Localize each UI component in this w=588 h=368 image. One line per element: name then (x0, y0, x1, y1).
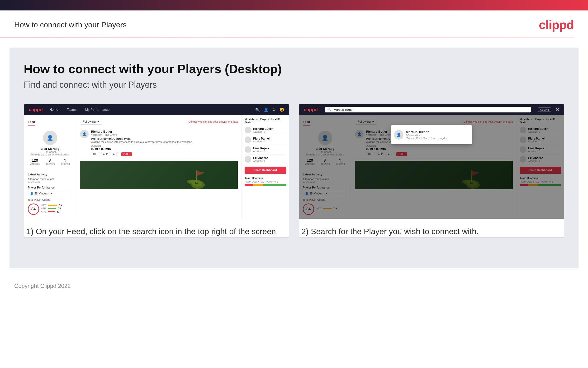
control-link[interactable]: Control who can see your activity and da… (189, 120, 238, 123)
logo: clippd (539, 18, 574, 32)
player-avatar-small: 👤 (30, 192, 34, 195)
player-avatar (245, 137, 251, 143)
player-list-name: Eli Vincent (253, 156, 268, 160)
player-perf-section: Player Performance 👤 Eli Vincent ▼ Total… (28, 186, 72, 215)
list-item: Piers Parnell Activities: 4 (245, 135, 286, 145)
player-list-activities: Activities: 1 (253, 160, 268, 162)
player-info: Hiral Pujara Activities: 3 (253, 147, 269, 153)
player-avatar (245, 156, 251, 163)
profile-title: Golf Coach (28, 150, 72, 153)
heatmap-bar (245, 184, 286, 186)
search-value: Marcus Turner (334, 108, 354, 111)
player-list-activities: Activities: 4 (253, 140, 271, 143)
caption-1: 1) On your Feed, click on the search ico… (24, 226, 289, 237)
top-bar (0, 0, 588, 10)
feed-card-meta: Yesterday · The Grove (91, 133, 193, 136)
user-icon[interactable]: 👤 (264, 107, 269, 112)
mid-panel-1: Following ▼ Control who can see your act… (76, 115, 242, 219)
nav-home[interactable]: Home (47, 107, 60, 112)
profile-section: 👤 Blair McHarg Golf Coach Mill Ride Golf… (28, 128, 72, 170)
search-icon[interactable]: 🔍 (255, 107, 260, 112)
feed-card-1: 👤 Richard Butler Yesterday · The Grove P… (80, 128, 238, 159)
search-result-handicap: 1-5 Handicap (406, 134, 448, 137)
golfer-graphic: ⛳ (185, 170, 206, 189)
duration-val: 02 hr : 00 min (91, 147, 193, 151)
heatmap-title: Team Heatmap (245, 177, 286, 179)
app-mockup-1: clippd Home Teams My Performance 🔍 👤 ⚙ 😀 (24, 104, 289, 219)
player-list-activities: Activities: 3 (253, 150, 269, 153)
app-nav-1: clippd Home Teams My Performance 🔍 👤 ⚙ 😀 (24, 104, 289, 115)
tag-app: APP (101, 152, 110, 156)
player-list-name: Richard Butler (253, 127, 273, 130)
player-performance-label: Player Performance (28, 186, 72, 189)
nav-teams[interactable]: Teams (65, 107, 78, 112)
team-dashboard-button[interactable]: Team Dashboard (245, 167, 286, 174)
heatmap-orange (253, 184, 263, 186)
search-result-avatar: 👤 (394, 130, 404, 139)
arg-bar (48, 211, 55, 212)
right-panel-1: Most Active Players · Last 30 days Richa… (242, 115, 289, 219)
app-mockup-2: clippd 🔍 Marcus Turner CLEAR ✕ (299, 104, 564, 219)
feed-activity-title: Pre Tournament Course Walk (91, 137, 193, 140)
player-avatar (245, 127, 251, 133)
player-list-name: Hiral Pujara (253, 147, 269, 150)
settings-icon[interactable]: ⚙ (272, 107, 276, 112)
app-nav-2: clippd 🔍 Marcus Turner CLEAR ✕ (299, 104, 564, 115)
app-body-1: Feed 👤 Blair McHarg Golf Coach Mill Ride… (24, 115, 289, 219)
screenshots-row: clippd Home Teams My Performance 🔍 👤 ⚙ 😀 (24, 104, 564, 238)
following-label: Following (83, 120, 96, 123)
search-result-item[interactable]: 👤 Marcus Turner 1-5 Handicap Cypress Poi… (394, 128, 469, 141)
avatar-icon[interactable]: 😀 (280, 107, 284, 112)
close-icon[interactable]: ✕ (556, 107, 559, 112)
nav-icons: 🔍 👤 ⚙ 😀 (255, 107, 284, 112)
feed-card-name: Richard Butler (91, 130, 193, 133)
chevron-icon: ▼ (97, 120, 100, 123)
bar-app: APP 70 (41, 207, 62, 210)
search-results-dropdown: 👤 Marcus Turner 1-5 Handicap Cypress Poi… (391, 125, 472, 144)
tag-putt: PUTT (121, 152, 132, 156)
stats-row: 129 Activities 3 Followers 4 Following (28, 158, 72, 165)
main-heading: How to connect with your Players (Deskto… (24, 62, 564, 76)
profile-club: Mill Ride Golf Club, United Kingdom (28, 153, 72, 156)
score-value: 84 (31, 207, 36, 211)
heatmap-green (263, 184, 286, 186)
copyright: Copyright Clippd 2022 (14, 283, 70, 289)
main-subheading: Find and connect with your Players (24, 80, 564, 90)
following-row: Following ▼ Control who can see your act… (80, 119, 238, 125)
tag-arg: ARG (111, 152, 120, 156)
tags-row: OTT APP ARG PUTT (91, 152, 193, 156)
player-name: Eli Vincent (35, 192, 48, 195)
caption-2: 2) Search for the Player you wish to con… (299, 226, 564, 237)
feed-tab[interactable]: Feed (28, 119, 35, 126)
app-nav-logo-2: clippd (304, 107, 318, 112)
header-divider (0, 37, 574, 38)
footer: Copyright Clippd 2022 (0, 278, 588, 294)
stat-followers: 3 Followers (45, 158, 55, 165)
latest-activity: Afternoon round of golf (28, 178, 72, 180)
feed-card-content: Richard Butler Yesterday · The Grove Pre… (91, 130, 193, 156)
nav-my-performance[interactable]: My Performance (83, 107, 111, 112)
player-avatar (245, 146, 251, 153)
chevron-down-icon: ▼ (50, 192, 53, 195)
clear-button[interactable]: CLEAR (538, 107, 551, 112)
header-title: How to connect with your Players (14, 20, 127, 29)
profile-name: Blair McHarg (28, 147, 72, 150)
feed-activity-desc: Walking the course with my coach to buil… (91, 140, 193, 143)
following-button[interactable]: Following ▼ (80, 119, 102, 125)
player-selector[interactable]: 👤 Eli Vincent ▼ (28, 191, 72, 196)
stat-bars-container: OTT 79 APP 70 (41, 204, 62, 213)
player-list-activities: Activities: 7 (253, 130, 273, 133)
stat-activities: 129 Activities (30, 158, 39, 165)
list-item: Eli Vincent Activities: 1 (245, 155, 286, 164)
most-active-title: Most Active Players · Last 30 days (245, 118, 286, 123)
feed-card-avatar: 👤 (80, 130, 88, 138)
player-list-name: Piers Parnell (253, 137, 271, 140)
header: How to connect with your Players clippd (0, 10, 588, 37)
profile-avatar: 👤 (43, 131, 57, 145)
search-icon-active: 🔍 (327, 108, 331, 111)
search-result-club: Cypress Point Club, United Kingdom (406, 137, 448, 139)
screenshot-panel-2: clippd 🔍 Marcus Turner CLEAR ✕ (299, 104, 564, 238)
duration-label: Duration (91, 144, 193, 147)
team-heatmap-section: Team Heatmap Player Quality · 20 Round T… (245, 177, 286, 186)
stat-following: 4 Following (60, 158, 70, 165)
